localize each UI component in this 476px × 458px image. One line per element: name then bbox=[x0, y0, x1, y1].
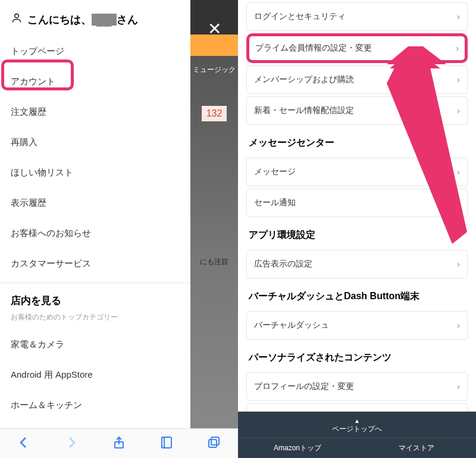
svg-rect-2 bbox=[211, 437, 219, 445]
menu-buy-again[interactable]: 再購入 bbox=[0, 127, 190, 158]
section-personalized: パーソナライズされたコンテンツ bbox=[243, 342, 471, 370]
section-dash: バーチャルダッシュとDash Button端末 bbox=[243, 281, 471, 309]
row-label: プライム会員情報の設定・変更 bbox=[255, 43, 372, 54]
svg-point-0 bbox=[15, 14, 19, 18]
chevron-right-icon: › bbox=[457, 382, 460, 391]
back-to-top[interactable]: ▲ ページトップへ bbox=[238, 412, 476, 438]
cat-appstore[interactable]: Android 用 AppStore bbox=[0, 360, 190, 390]
menu-customer-service[interactable]: カスタマーサービス bbox=[0, 249, 190, 279]
user-icon bbox=[11, 12, 23, 27]
row-virtual-dash[interactable]: バーチャルダッシュ› bbox=[246, 311, 468, 340]
section-message-center: メッセージセンター bbox=[243, 127, 471, 155]
close-icon[interactable]: ✕ bbox=[208, 19, 221, 39]
page-footer: ▲ ページトップへ Amazonトップ マイストア bbox=[238, 412, 476, 458]
backdrop-number: 132 bbox=[202, 106, 227, 121]
footer-top-label: ページトップへ bbox=[332, 425, 382, 433]
chevron-right-icon: › bbox=[457, 167, 460, 177]
back-icon[interactable] bbox=[17, 435, 31, 452]
svg-rect-3 bbox=[209, 440, 217, 447]
menu-notifications[interactable]: お客様へのお知らせ bbox=[0, 218, 190, 249]
greeting-suffix: さん bbox=[117, 14, 138, 26]
greeting-row: こんにちは、██さん bbox=[0, 0, 190, 36]
chevron-right-icon: › bbox=[456, 43, 459, 53]
row-sale-notify[interactable]: セール通知› bbox=[246, 189, 468, 217]
row-label: メンバーシップおよび購読 bbox=[254, 74, 354, 85]
row-label: 広告表示の設定 bbox=[254, 259, 312, 269]
forward-icon bbox=[64, 435, 79, 452]
section-sub-label: お客様のためのトップカテゴリー bbox=[0, 312, 190, 330]
dimmed-backdrop: ✕ ミュージック 132 にも注目 bbox=[190, 0, 238, 428]
row-label: ログインとセキュリティ bbox=[254, 11, 346, 22]
menu-wishlist[interactable]: ほしい物リスト bbox=[0, 158, 190, 188]
row-label: バーチャルダッシュ bbox=[254, 320, 329, 331]
row-label: 新着・セール情報配信設定 bbox=[254, 105, 354, 116]
row-messages[interactable]: メッセージ› bbox=[246, 158, 468, 186]
chevron-right-icon: › bbox=[457, 75, 460, 84]
menu-top-page[interactable]: トップページ bbox=[0, 36, 190, 67]
greeting-name: ██ bbox=[92, 14, 117, 26]
row-newsletter[interactable]: 新着・セール情報配信設定› bbox=[246, 96, 468, 125]
footer-amazon-top[interactable]: Amazonトップ bbox=[238, 443, 357, 453]
menu-account[interactable]: アカウント bbox=[0, 67, 190, 97]
section-browse-store: 店内を見る bbox=[0, 283, 190, 312]
row-prime-settings[interactable]: プライム会員情報の設定・変更› bbox=[246, 33, 468, 63]
backdrop-attention-label: にも注目 bbox=[200, 257, 228, 267]
tabs-icon[interactable] bbox=[207, 435, 221, 452]
section-app-settings: アプリ環境設定 bbox=[243, 219, 471, 247]
footer-mystore[interactable]: マイストア bbox=[357, 443, 476, 453]
share-icon[interactable] bbox=[112, 435, 126, 452]
chevron-right-icon: › bbox=[457, 12, 460, 21]
chevron-right-icon: › bbox=[457, 106, 460, 115]
cat-home-kitchen[interactable]: ホーム＆キッチン bbox=[0, 390, 190, 421]
row-label: プロフィールの設定・変更 bbox=[254, 381, 354, 392]
left-phone-pane: ✕ ミュージック 132 にも注目 こんにちは、██さん トップページ アカウン… bbox=[0, 0, 238, 458]
triangle-up-icon: ▲ bbox=[238, 418, 476, 424]
row-memberships[interactable]: メンバーシップおよび購読› bbox=[246, 65, 468, 94]
chevron-right-icon: › bbox=[457, 259, 460, 269]
cat-electronics[interactable]: 家電＆カメラ bbox=[0, 330, 190, 360]
chevron-right-icon: › bbox=[457, 198, 460, 208]
backdrop-music-label: ミュージック bbox=[193, 65, 236, 75]
row-login-security[interactable]: ログインとセキュリティ› bbox=[246, 2, 468, 31]
greeting-text: こんにちは、██さん bbox=[27, 12, 138, 27]
row-label: セール通知 bbox=[254, 197, 296, 208]
safari-toolbar bbox=[0, 428, 238, 458]
row-profile-settings[interactable]: プロフィールの設定・変更› bbox=[246, 372, 468, 401]
chevron-right-icon: › bbox=[457, 321, 460, 330]
settings-list: ログインとセキュリティ› プライム会員情報の設定・変更› メンバーシップおよび購… bbox=[238, 2, 476, 432]
bookmarks-icon[interactable] bbox=[159, 435, 174, 452]
side-menu-panel: こんにちは、██さん トップページ アカウント 注文履歴 再購入 ほしい物リスト… bbox=[0, 0, 190, 428]
row-label: メッセージ bbox=[254, 167, 296, 177]
greeting-prefix: こんにちは、 bbox=[27, 14, 92, 26]
row-ad-settings[interactable]: 広告表示の設定› bbox=[246, 250, 468, 278]
menu-order-history[interactable]: 注文履歴 bbox=[0, 97, 190, 127]
right-phone-pane: ログインとセキュリティ› プライム会員情報の設定・変更› メンバーシップおよび購… bbox=[238, 0, 476, 458]
menu-browsing-history[interactable]: 表示履歴 bbox=[0, 188, 190, 218]
